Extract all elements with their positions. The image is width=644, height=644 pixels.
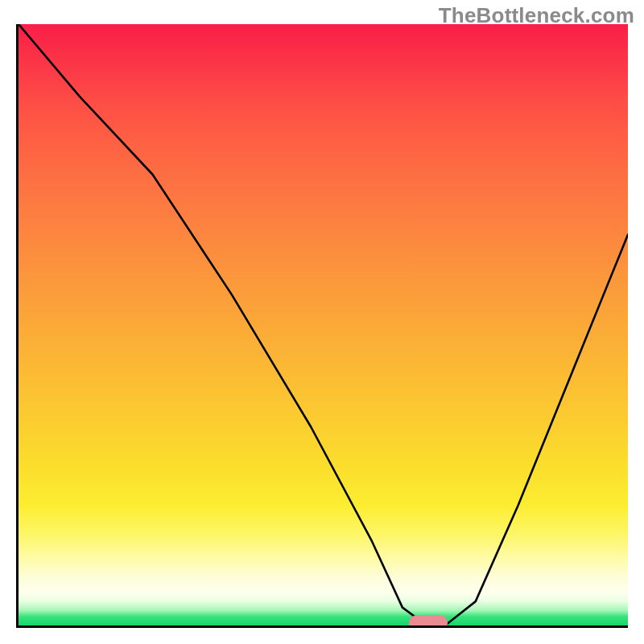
optimum-marker (409, 615, 448, 628)
curve-layer (19, 24, 628, 625)
bottleneck-curve (19, 24, 628, 625)
plot-area (16, 24, 628, 628)
chart-frame: TheBottleneck.com (0, 0, 644, 644)
